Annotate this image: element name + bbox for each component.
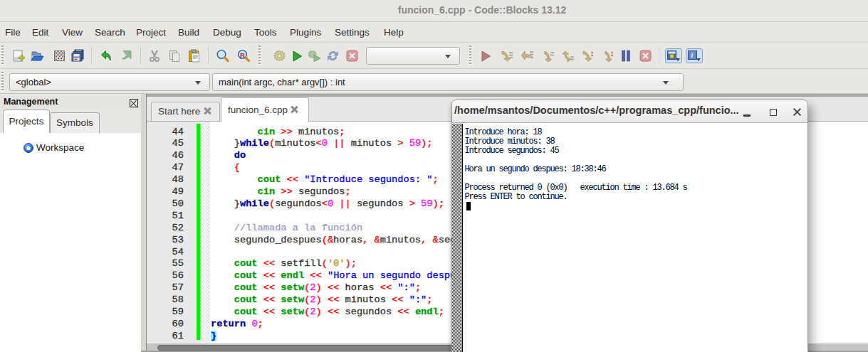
svg-text:i: i (691, 51, 694, 59)
svg-text:R: R (240, 51, 245, 59)
